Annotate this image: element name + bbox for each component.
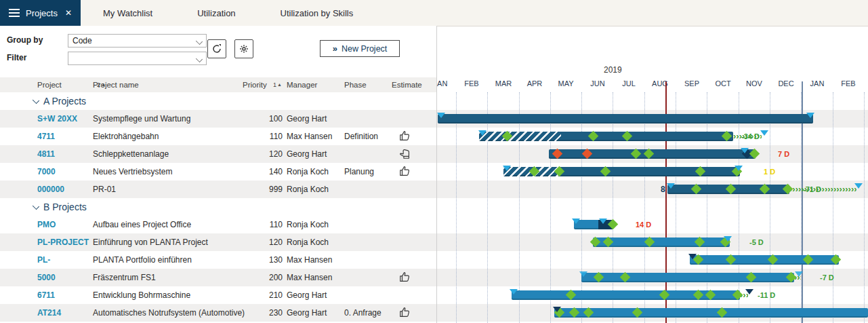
table-row-s-w-20xx[interactable]: S+W 20XXSystempflege und Wartung100Georg… xyxy=(0,110,436,128)
chevron-down-icon xyxy=(196,38,203,45)
tab-utilization[interactable]: Utilization xyxy=(175,0,257,26)
date-triangle xyxy=(572,218,580,224)
thumb-up-icon[interactable] xyxy=(398,306,415,320)
priority-value: 200 xyxy=(241,269,283,286)
chevron-down-icon[interactable] xyxy=(33,97,39,104)
group-label: B Projects xyxy=(43,198,87,216)
close-icon[interactable]: ✕ xyxy=(65,8,72,18)
project-code-link[interactable]: PMO xyxy=(37,216,91,233)
group-header-b-projects[interactable]: B Projects xyxy=(0,198,436,216)
month-label: JUL xyxy=(613,79,644,88)
manager-name: Georg Hart xyxy=(287,145,342,163)
month-gridline xyxy=(864,92,865,323)
gantt-month-row: JANFEBMARAPRMAYJUNJULAUGSEPOCTNOVDECJANF… xyxy=(437,77,868,92)
month-gridline xyxy=(613,92,613,323)
project-code-link[interactable]: 4811 xyxy=(37,145,91,163)
project-code-link[interactable]: 000000 xyxy=(37,180,91,198)
column-header-name[interactable]: Project name xyxy=(93,77,139,92)
thumb-up-icon[interactable] xyxy=(398,165,415,178)
month-label: APR xyxy=(519,79,550,88)
project-name: Automatisches Notrufsystem (Automotive) xyxy=(93,304,239,322)
delay-label: 7 D xyxy=(778,149,789,159)
hamburger-menu-icon[interactable] xyxy=(9,7,20,19)
column-header-priority[interactable]: Priority xyxy=(243,77,267,92)
priority-value: 110 xyxy=(241,216,283,233)
project-rows: A ProjectsS+W 20XXSystempflege und Wartu… xyxy=(0,92,436,322)
manager-name: Max Hansen xyxy=(287,251,342,269)
month-label: NOV xyxy=(739,79,770,88)
priority-value: 110 xyxy=(241,128,283,145)
tab-utilization-by-skills[interactable]: Utilization by Skills xyxy=(258,0,376,26)
month-gridline xyxy=(739,92,739,323)
settings-button[interactable] xyxy=(234,39,253,58)
month-label: MAR xyxy=(488,79,519,88)
table-row-at214[interactable]: AT214Automatisches Notrufsystem (Automot… xyxy=(0,304,436,322)
project-table-pane: Group by Code Filter xyxy=(0,26,437,323)
project-name: Einführung von PLANTA Project xyxy=(93,233,239,251)
column-header-phase[interactable]: Phase xyxy=(344,77,367,92)
project-code-link[interactable]: AT214 xyxy=(37,304,91,322)
thumb-side-icon[interactable] xyxy=(398,147,415,161)
project-code-link[interactable]: 4711 xyxy=(37,128,91,145)
filter-select[interactable] xyxy=(68,52,207,65)
group-header-a-projects[interactable]: A Projects xyxy=(0,92,436,110)
table-row-6711[interactable]: 6711Entwicklung Bohrmaschine210Georg Har… xyxy=(0,286,436,304)
manager-name: Max Hansen xyxy=(287,128,342,145)
group-by-select[interactable]: Code xyxy=(68,34,207,48)
manager-name: Ronja Koch xyxy=(287,233,342,251)
priority-value: 120 xyxy=(241,233,283,251)
double-chevron-icon: » xyxy=(333,43,336,54)
month-gridline xyxy=(833,92,833,323)
table-row-000000[interactable]: 000000PR-01999Ronja Koch xyxy=(0,180,436,198)
refresh-button[interactable] xyxy=(207,39,226,58)
project-code-link[interactable]: S+W 20XX xyxy=(37,110,91,128)
toolbar: Group by Code Filter xyxy=(0,26,436,77)
gantt-bar-at214[interactable] xyxy=(554,308,868,318)
thumb-up-icon[interactable] xyxy=(398,130,415,143)
gantt-pane: 2019 JANFEBMARAPRMAYJUNJULAUGSEPOCTNOVDE… xyxy=(437,26,868,323)
column-header-estimate[interactable]: Estimate xyxy=(392,77,422,92)
phase-value: Definition xyxy=(344,128,388,145)
delay-label: -34 D xyxy=(741,132,760,141)
date-triangle xyxy=(478,130,487,136)
table-row-4811[interactable]: 4811Schleppkettenanlage120Georg Hart xyxy=(0,145,436,163)
project-name: Neues Vertriebsystem xyxy=(93,163,239,180)
date-triangle xyxy=(795,271,803,277)
month-label: OCT xyxy=(707,79,739,88)
project-name: Elektrohängebahn xyxy=(93,128,239,145)
project-code-link[interactable]: 5000 xyxy=(37,269,91,286)
manager-name: Ronja Koch xyxy=(287,163,342,180)
date-triangle xyxy=(760,130,768,136)
month-gridline xyxy=(581,92,582,323)
chevron-down-icon[interactable] xyxy=(33,203,39,210)
table-row-5000[interactable]: 5000Fräszentrum FS1200Max Hansen xyxy=(0,269,436,286)
table-row-7000[interactable]: 7000Neues Vertriebsystem140Ronja KochPla… xyxy=(0,163,436,180)
table-row-pmo[interactable]: PMOAufbau eines Project Office110Ronja K… xyxy=(0,216,436,233)
column-header-manager[interactable]: Manager xyxy=(287,77,317,92)
app-window: Projects ✕ My Watchlist Utilization Util… xyxy=(0,0,868,323)
table-row-pl-portfolio[interactable]: PL-PORTFOLIOPLANTA Portfolio einführen13… xyxy=(0,251,436,269)
tab-projects[interactable]: Projects ✕ xyxy=(0,0,81,26)
chevron-down-icon xyxy=(196,56,203,62)
gantt-bar-s-w-20xx[interactable] xyxy=(438,114,813,124)
month-gridline xyxy=(644,92,645,323)
project-code-link[interactable]: 6711 xyxy=(37,286,91,304)
table-row-pl-project[interactable]: PL-PROJECTEinführung von PLANTA Project1… xyxy=(0,233,436,251)
gantt-bar-5000[interactable] xyxy=(581,273,794,282)
month-label: JAN xyxy=(437,79,456,88)
new-project-button[interactable]: » New Project xyxy=(320,40,400,57)
project-code-link[interactable]: 7000 xyxy=(37,163,91,180)
gantt-bar-pl-portfolio[interactable] xyxy=(690,255,839,265)
project-code-link[interactable]: PL-PROJECT xyxy=(37,233,91,251)
month-gridline xyxy=(770,92,770,323)
manager-name: Georg Hart xyxy=(287,304,342,322)
tab-my-watchlist[interactable]: My Watchlist xyxy=(81,0,175,26)
column-header-project[interactable]: Project xyxy=(37,77,62,92)
date-triangle xyxy=(553,307,561,312)
priority-value: 120 xyxy=(241,145,283,163)
table-row-4711[interactable]: 4711Elektrohängebahn110Max HansenDefinit… xyxy=(0,128,436,145)
thumb-up-icon[interactable] xyxy=(398,271,415,284)
month-gridline xyxy=(550,92,551,323)
priority-value: 100 xyxy=(241,110,283,128)
gantt-bar-pl-project[interactable] xyxy=(593,238,730,247)
